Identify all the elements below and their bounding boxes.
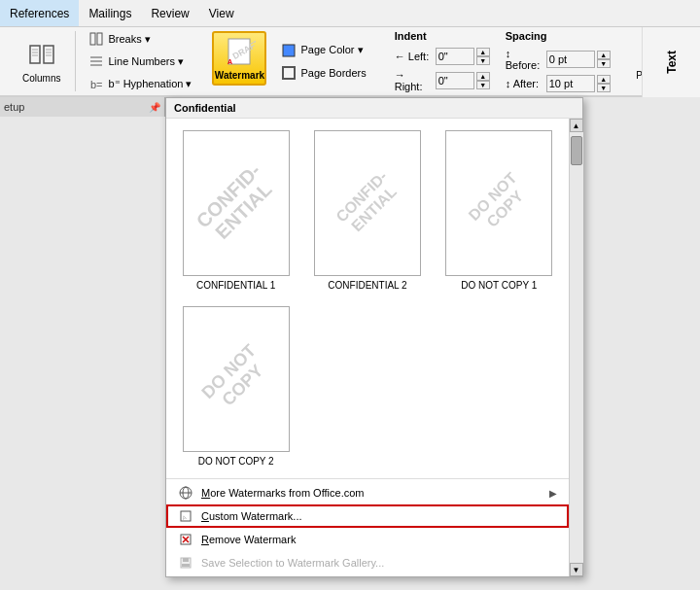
svg-rect-0 [30, 46, 40, 63]
spacing-after-down[interactable]: ▼ [597, 84, 611, 92]
remove-watermark-label: Remove Watermark [201, 534, 557, 545]
indent-right-label: → Right: [395, 69, 434, 92]
save-gallery-icon [178, 555, 193, 571]
globe-icon [178, 485, 193, 501]
menu-review[interactable]: Review [141, 0, 198, 26]
hyphenation-label: b⁼ Hyphenation ▾ [108, 78, 192, 90]
menu-row-remove[interactable]: Remove Watermark [166, 528, 569, 551]
menu-mailings[interactable]: Mailings [79, 0, 141, 26]
columns-icon [26, 40, 57, 71]
watermark-label-1: CONFIDENTIAL 1 [196, 280, 275, 291]
spacing-before-up[interactable]: ▲ [597, 51, 611, 59]
watermark-diag-text-1: CONFID-ENTIAL [192, 159, 280, 247]
spacing-before-spinners[interactable]: ▲ ▼ [597, 51, 611, 68]
watermark-grid: CONFID-ENTIAL CONFIDENTIAL 1 CONFID-ENTI… [166, 119, 569, 478]
more-watermarks-label: More Watermarks from Office.com [201, 487, 542, 499]
svg-rect-37 [183, 558, 189, 562]
watermark-item-donotcopy2[interactable]: DO NOTCOPY DO NOT COPY 2 [174, 302, 298, 470]
spacing-before-row: ↕ Before: 0 pt ▲ ▼ [506, 48, 611, 71]
scrollbar-up[interactable]: ▲ [570, 119, 583, 132]
pagecolor-icon [281, 43, 297, 58]
indent-right-input[interactable]: 0" [436, 72, 474, 89]
linenumbers-button[interactable]: Line Numbers ▾ [84, 51, 196, 72]
indent-right-up[interactable]: ▲ [476, 72, 490, 81]
scrollbar-thumb[interactable] [571, 136, 582, 165]
spacing-before-down[interactable]: ▼ [597, 59, 611, 68]
svg-rect-9 [97, 33, 102, 45]
indent-spacing-group: Indent ← Left: 0" ▲ ▼ → Right: 0" ▲ ▼ [387, 31, 618, 91]
dropdown-scrollbar[interactable]: ▲ ▼ [569, 119, 582, 576]
watermark-diag-text-4: DO NOTCOPY [198, 341, 273, 416]
spacing-after-input[interactable]: 10 pt [546, 75, 595, 92]
pagecolor-label: Page Color ▾ [300, 44, 363, 56]
custom-watermark-label: Custom Watermark... [201, 510, 557, 522]
save-gallery-label: Save Selection to Watermark Gallery... [201, 557, 557, 569]
watermark-label-4: DO NOT COPY 2 [198, 456, 274, 467]
indent-left-row: ← Left: 0" ▲ ▼ [395, 48, 490, 65]
watermark-preview-1: CONFID-ENTIAL [183, 130, 290, 276]
indent-title: Indent [395, 30, 490, 42]
text-label: Text [665, 51, 679, 74]
menu-bar: References Mailings Review View [0, 0, 700, 27]
spacing-title: Spacing [506, 30, 611, 42]
menu-references[interactable]: References [0, 0, 79, 26]
indent-left-down[interactable]: ▼ [476, 56, 490, 65]
columns-label: Columns [22, 73, 60, 84]
linenumbers-icon [88, 53, 104, 69]
text-label-area: Text [642, 27, 700, 97]
watermark-dropdown: Confidential CONFID-ENTIAL CONFIDENTIAL … [165, 97, 583, 577]
hyphenation-icon: b= [88, 76, 104, 91]
breaks-label: Breaks ▾ [108, 33, 150, 46]
watermark-button[interactable]: DRAFT A Watermark [212, 31, 266, 86]
svg-text:A: A [228, 58, 232, 65]
dropdown-scroll-area: CONFID-ENTIAL CONFIDENTIAL 1 CONFID-ENTI… [166, 119, 582, 576]
menu-view[interactable]: View [199, 0, 244, 26]
columns-button[interactable]: Columns [16, 35, 67, 88]
watermark-label: Watermark [215, 70, 264, 81]
spacing-before-label: ↕ Before: [506, 48, 544, 71]
menu-row-more[interactable]: More Watermarks from Office.com ▶ [166, 481, 569, 504]
pagecolor-button[interactable]: Page Color ▾ [276, 40, 370, 61]
svg-text:b=: b= [90, 79, 103, 90]
ribbon-page-group: Page Color ▾ Page Borders [270, 31, 374, 91]
spacing-group: Spacing ↕ Before: 0 pt ▲ ▼ ↕ After: 10 p… [506, 30, 611, 92]
ribbon-group-page-setup: Columns [8, 31, 76, 91]
scrollbar-down[interactable]: ▼ [570, 563, 583, 576]
watermark-item-donotcopy1[interactable]: DO NOTCOPY DO NOT COPY 1 [438, 126, 561, 295]
indent-right-down[interactable]: ▼ [476, 81, 490, 89]
indent-left-input[interactable]: 0" [436, 48, 474, 65]
breaks-icon [88, 31, 104, 47]
spacing-after-up[interactable]: ▲ [597, 75, 611, 84]
linenumbers-label: Line Numbers ▾ [108, 55, 184, 68]
svg-rect-38 [182, 564, 190, 567]
ribbon: Columns Breaks ▾ Line Numbers ▾ [0, 27, 700, 97]
spacing-after-label: ↕ After: [506, 78, 544, 89]
watermark-item-confidential2[interactable]: CONFID-ENTIAL CONFIDENTIAL 2 [305, 126, 429, 295]
setup-bar: etup 📌 [0, 97, 165, 117]
dropdown-header: Confidential [166, 98, 582, 119]
indent-left-up[interactable]: ▲ [476, 48, 490, 56]
setup-label: etup [4, 101, 24, 113]
pageborders-button[interactable]: Page Borders [276, 62, 370, 84]
watermark-preview-3: DO NOTCOPY [445, 130, 552, 276]
indent-left-spinners[interactable]: ▲ ▼ [476, 48, 490, 65]
dropdown-content: CONFID-ENTIAL CONFIDENTIAL 1 CONFID-ENTI… [166, 119, 569, 576]
main-content: etup 📌 Confidential CONFID-ENTIAL [0, 97, 700, 590]
more-arrow: ▶ [549, 488, 557, 499]
spacing-after-spinners[interactable]: ▲ ▼ [597, 75, 611, 92]
svg-rect-8 [90, 33, 95, 45]
dropdown-menu-items: More Watermarks from Office.com ▶ A [166, 478, 569, 576]
watermark-item-confidential1[interactable]: CONFID-ENTIAL CONFIDENTIAL 1 [174, 126, 298, 295]
indent-right-spinners[interactable]: ▲ ▼ [476, 72, 490, 89]
menu-row-custom[interactable]: A Custom Watermark... [166, 504, 569, 528]
watermark-diag-text-3: DO NOTCOPY [466, 170, 533, 237]
remove-watermark-icon [178, 532, 193, 547]
hyphenation-button[interactable]: b= b⁼ Hyphenation ▾ [84, 73, 196, 94]
spacing-before-input[interactable]: 0 pt [546, 51, 595, 68]
watermark-preview-4: DO NOTCOPY [183, 306, 290, 452]
watermark-label-2: CONFIDENTIAL 2 [328, 280, 406, 291]
spacing-after-row: ↕ After: 10 pt ▲ ▼ [506, 75, 611, 92]
breaks-button[interactable]: Breaks ▾ [84, 28, 196, 50]
svg-rect-18 [283, 67, 295, 79]
pageborders-label: Page Borders [300, 67, 366, 79]
